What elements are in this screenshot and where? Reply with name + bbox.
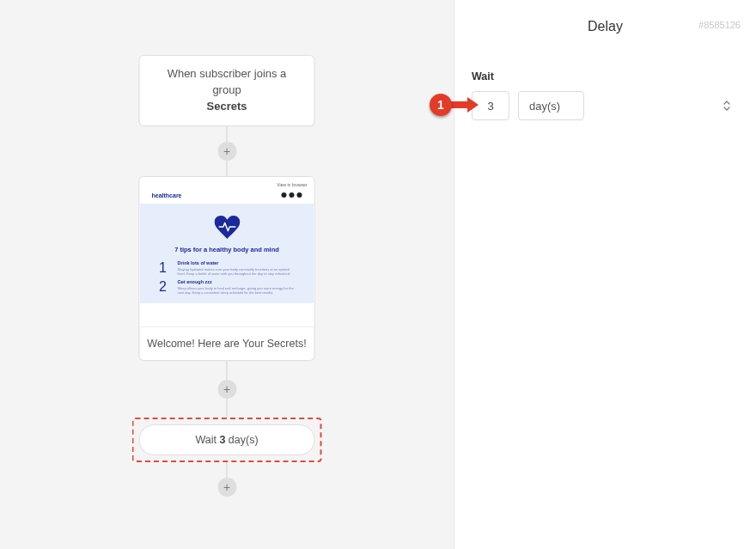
- heart-icon: [214, 216, 240, 239]
- delay-node[interactable]: Wait 3 day(s): [139, 424, 315, 455]
- connector: [227, 126, 228, 142]
- email-preview: View in browser healthcare 7 tips for a …: [140, 177, 314, 326]
- connector: [227, 161, 228, 176]
- tip-body: Staying hydrated makes sure your body co…: [178, 267, 297, 276]
- chevron-up-down-icon: [723, 101, 730, 111]
- trigger-group: Secrets: [207, 100, 247, 113]
- tip-number: 2: [157, 279, 169, 295]
- social-icons: [282, 192, 302, 198]
- wait-value-input[interactable]: [472, 91, 509, 120]
- email-hero-title: 7 tips for a healthy body and mind: [152, 246, 302, 253]
- delay-value: 3: [219, 434, 225, 446]
- add-step-button[interactable]: +: [217, 380, 236, 399]
- tip-body: Sleep allows your body to heal and recha…: [178, 286, 297, 295]
- sidebar-id: #8585126: [698, 20, 741, 30]
- tip-row: 1 Drink lots of water Staying hydrated m…: [152, 259, 302, 278]
- connector: [227, 399, 228, 418]
- email-brand: healthcare: [152, 192, 182, 198]
- wait-label: Wait: [472, 70, 739, 82]
- tip-heading: Get enough zzz: [178, 279, 297, 284]
- trigger-node[interactable]: When subscriber joins a group Secrets: [139, 55, 315, 126]
- add-step-button[interactable]: +: [217, 478, 236, 497]
- sidebar-panel: Delay #8585126 Wait day(s): [454, 0, 756, 549]
- view-in-browser-label: View in browser: [277, 182, 307, 187]
- add-step-button[interactable]: +: [217, 142, 236, 161]
- tip-heading: Drink lots of water: [178, 260, 297, 265]
- email-node[interactable]: View in browser healthcare 7 tips for a …: [139, 176, 315, 361]
- email-caption: Welcome! Here are Your Secrets!: [140, 326, 314, 360]
- tip-number: 1: [157, 260, 169, 276]
- tip-row: 2 Get enough zzz Sleep allows your body …: [152, 278, 302, 296]
- connector: [227, 462, 228, 478]
- wait-unit-select[interactable]: day(s): [518, 91, 584, 120]
- connector: [227, 361, 228, 380]
- delay-prefix: Wait: [195, 434, 216, 446]
- workflow-canvas[interactable]: When subscriber joins a group Secrets + …: [0, 0, 454, 549]
- delay-node-selection: Wait 3 day(s): [132, 418, 322, 462]
- trigger-text: When subscriber joins a group: [168, 67, 287, 96]
- delay-unit: day(s): [229, 434, 259, 446]
